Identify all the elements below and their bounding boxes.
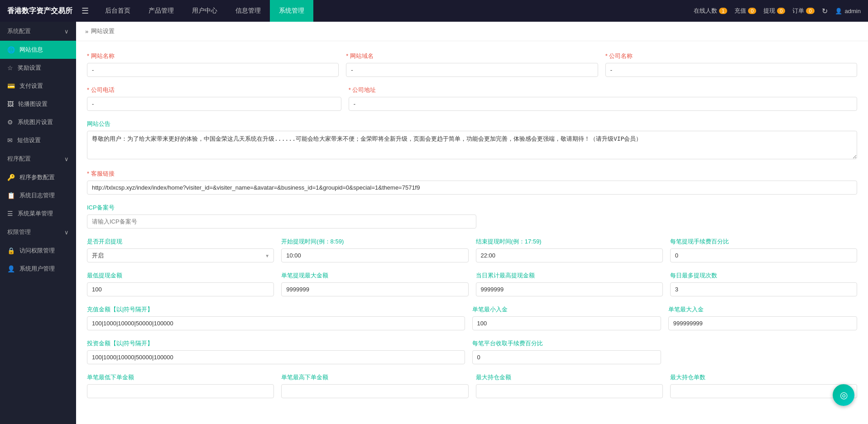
withdrawal-enable-select[interactable]: 开启 关闭	[87, 248, 274, 262]
platform-fee-pct-input[interactable]	[472, 350, 661, 364]
max-single-deposit-input[interactable]	[668, 316, 857, 330]
recharge-amounts-label: 充值金额【以|符号隔开】	[87, 305, 465, 314]
form-row-withdrawal-amounts: 最低提现金额 单笔提现最大金额 当日累计最高提现金额 每日最多提现次数	[87, 272, 857, 296]
withdrawal-fee-pct-input[interactable]	[670, 248, 857, 262]
form-group-max-single-deposit: 单笔最大入金	[668, 305, 857, 330]
nav-item-users[interactable]: 用户中心	[183, 0, 226, 22]
customer-link-input[interactable]	[87, 181, 857, 195]
icp-input[interactable]	[87, 214, 476, 229]
withdrawal-end-time-input[interactable]	[476, 248, 663, 262]
website-name-label: * 网站名称	[87, 52, 339, 60]
sidebar-item-menus[interactable]: ☰ 系统菜单管理	[0, 205, 76, 223]
nav-item-info[interactable]: 信息管理	[226, 0, 270, 22]
website-domain-label: * 网站域名	[346, 52, 598, 60]
invest-amounts-input[interactable]	[87, 350, 465, 364]
sidebar: 系统配置 ∨ 🌐 网站信息 ☆ 奖励设置 💳 支付设置 🖼 轮播图设置 ⚙ 系统…	[0, 22, 76, 424]
sidebar-item-sms[interactable]: ✉ 短信设置	[0, 131, 76, 149]
announcement-input[interactable]: 尊敬的用户：为了给大家带来更好的体验，中国金荣这几天系统在升级......可能会…	[87, 131, 857, 159]
sidebar-item-params[interactable]: 🔑 程序参数配置	[0, 168, 76, 186]
max-daily-withdrawal-input[interactable]	[476, 282, 663, 296]
nav-item-system[interactable]: 系统管理	[270, 0, 313, 22]
sidebar-item-sys-users[interactable]: 👤 系统用户管理	[0, 260, 76, 278]
min-order-input[interactable]	[87, 384, 274, 398]
menu-icon[interactable]: ☰	[82, 6, 89, 16]
refresh-icon[interactable]: ↻	[822, 7, 828, 15]
company-name-input[interactable]	[605, 63, 857, 77]
sidebar-group-system-config[interactable]: 系统配置 ∨	[0, 22, 76, 41]
recharge-amounts-input[interactable]	[87, 316, 465, 330]
sidebar-item-logs[interactable]: 📋 系统日志管理	[0, 186, 76, 205]
max-single-withdrawal-input[interactable]	[281, 282, 468, 296]
sidebar-item-reward[interactable]: ☆ 奖励设置	[0, 59, 76, 77]
max-order-input[interactable]	[281, 384, 468, 398]
admin-label: admin	[845, 8, 861, 14]
admin-area[interactable]: 👤 admin	[835, 8, 861, 14]
min-withdrawal-label: 最低提现金额	[87, 272, 274, 280]
breadcrumb: » 网站设置	[76, 22, 868, 41]
company-name-label: * 公司名称	[605, 52, 857, 60]
stat-orders[interactable]: 订单 0	[792, 7, 814, 15]
max-holdings-label: 最大持仓金额	[476, 373, 663, 381]
log-icon: 📋	[7, 192, 15, 199]
form-row-orders: 单笔最低下单金额 单笔最高下单金额 最大持仓金额 最大持仓单数	[87, 373, 857, 398]
form-group-max-daily-withdrawal: 当日累计最高提现金额	[476, 272, 663, 296]
max-holdings-count-input[interactable]	[670, 384, 857, 398]
stat-withdrawal[interactable]: 提现 0	[763, 7, 785, 15]
customer-link-label: * 客服链接	[87, 170, 857, 178]
company-address-label: * 公司地址	[349, 86, 857, 94]
breadcrumb-arrow: »	[85, 28, 88, 35]
withdrawal-start-time-input[interactable]	[281, 248, 468, 262]
form-group-website-domain: * 网站域名	[346, 52, 598, 77]
float-button[interactable]: ◎	[833, 384, 854, 406]
nav-item-dashboard[interactable]: 后台首页	[96, 0, 139, 22]
sidebar-group-program-config[interactable]: 程序配置 ∨	[0, 149, 76, 168]
form-row-withdrawal: 是否开启提现 开启 关闭 开始提现时间(例：8:59) 结束提现时间(例：17:…	[87, 238, 857, 262]
admin-icon: 👤	[835, 8, 842, 14]
sidebar-group-permissions[interactable]: 权限管理 ∨	[0, 223, 76, 242]
form-group-announcement: 网站公告 尊敬的用户：为了给大家带来更好的体验，中国金荣这几天系统在升级....…	[87, 120, 857, 161]
stat-online[interactable]: 在线人数 1	[694, 7, 727, 15]
sidebar-item-access[interactable]: 🔒 访问权限管理	[0, 242, 76, 260]
sidebar-item-payment[interactable]: 💳 支付设置	[0, 77, 76, 95]
form-group-withdrawal-enable: 是否开启提现 开启 关闭	[87, 238, 274, 262]
online-badge: 1	[719, 8, 727, 14]
form-group-recharge-amounts: 充值金额【以|符号隔开】	[87, 305, 465, 330]
chevron-down-icon-2: ∨	[64, 156, 69, 162]
sidebar-item-carousel[interactable]: 🖼 轮播图设置	[0, 95, 76, 113]
website-domain-input[interactable]	[346, 63, 598, 77]
form-group-company-address: * 公司地址	[349, 86, 857, 111]
orders-badge: 0	[806, 8, 814, 14]
company-phone-input[interactable]	[87, 97, 341, 111]
main-content: » 网站设置 * 网站名称 * 网站域名 * 公司名称	[76, 22, 868, 424]
icp-label: ICP备案号	[87, 204, 476, 212]
stat-recharge[interactable]: 充值 0	[734, 7, 756, 15]
max-daily-times-input[interactable]	[670, 282, 857, 296]
min-withdrawal-input[interactable]	[87, 282, 274, 296]
nav-items: 后台首页 产品管理 用户中心 信息管理 系统管理	[96, 0, 694, 22]
key-icon: 🔑	[7, 174, 15, 181]
min-single-deposit-input[interactable]	[472, 316, 661, 330]
form-area: * 网站名称 * 网站域名 * 公司名称 * 公司电话	[76, 41, 868, 424]
company-address-input[interactable]	[349, 97, 857, 111]
platform-fee-pct-label: 每笔平台收取手续费百分比	[472, 339, 661, 348]
max-single-withdrawal-label: 单笔提现最大金额	[281, 272, 468, 280]
lock-icon: 🔒	[7, 247, 15, 254]
max-holdings-input[interactable]	[476, 384, 663, 398]
form-group-company-name: * 公司名称	[605, 52, 857, 77]
form-group-max-holdings: 最大持仓金额	[476, 373, 663, 398]
sidebar-item-website-info[interactable]: 🌐 网站信息	[0, 41, 76, 59]
menu-icon-sidebar: ☰	[7, 210, 13, 217]
nav-item-products[interactable]: 产品管理	[139, 0, 183, 22]
withdrawal-enable-select-wrapper: 开启 关闭	[87, 248, 274, 262]
globe-icon: 🌐	[7, 46, 15, 53]
user-icon: 👤	[7, 265, 15, 272]
max-daily-times-label: 每日最多提现次数	[670, 272, 857, 280]
float-icon: ◎	[840, 390, 848, 400]
website-name-input[interactable]	[87, 63, 339, 77]
max-holdings-count-label: 最大持仓单数	[670, 373, 857, 381]
layout: 系统配置 ∨ 🌐 网站信息 ☆ 奖励设置 💳 支付设置 🖼 轮播图设置 ⚙ 系统…	[0, 22, 868, 424]
recharge-badge: 0	[748, 8, 756, 14]
sidebar-item-sys-images[interactable]: ⚙ 系统图片设置	[0, 113, 76, 131]
form-group-withdrawal-fee-pct: 每笔提现手续费百分比	[670, 238, 857, 262]
form-group-max-daily-times: 每日最多提现次数	[670, 272, 857, 296]
